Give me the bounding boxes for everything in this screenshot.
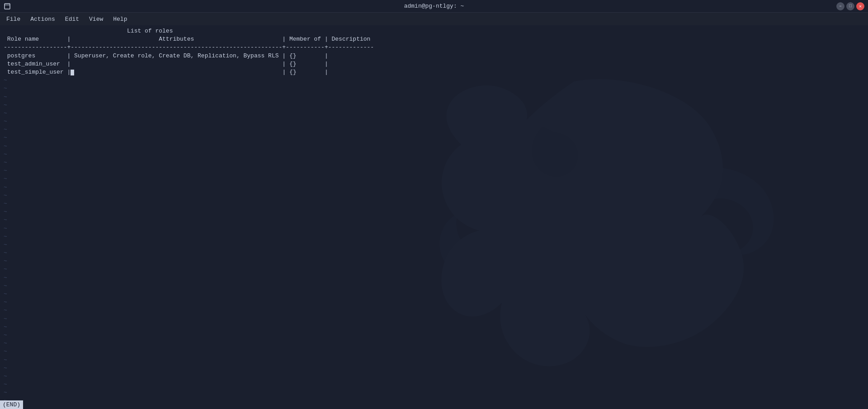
tilde-10: ~ bbox=[4, 150, 864, 159]
tilde-6: ~ bbox=[4, 118, 864, 126]
terminal-output: List of roles Role name | Attributes | M… bbox=[4, 27, 864, 76]
tilde-23: ~ bbox=[4, 257, 864, 265]
tilde-1: ~ bbox=[4, 76, 864, 85]
title-bar-left bbox=[4, 3, 11, 10]
tilde-21: ~ bbox=[4, 241, 864, 249]
status-bar: (END) bbox=[0, 400, 23, 409]
tilde-41: ~ bbox=[4, 405, 864, 409]
status-text: (END) bbox=[3, 401, 20, 408]
tilde-33: ~ bbox=[4, 339, 864, 348]
menu-help[interactable]: Help bbox=[108, 14, 132, 24]
tilde-9: ~ bbox=[4, 142, 864, 150]
tilde-16: ~ bbox=[4, 200, 864, 208]
tilde-8: ~ bbox=[4, 134, 864, 142]
tilde-25: ~ bbox=[4, 274, 864, 282]
menu-bar: File Actions Edit View Help bbox=[0, 13, 868, 25]
tilde-27: ~ bbox=[4, 290, 864, 298]
table-title: List of roles bbox=[4, 28, 173, 34]
tilde-13: ~ bbox=[4, 175, 864, 183]
tilde-29: ~ bbox=[4, 306, 864, 315]
table-row-admin: test_admin_user | | {} | bbox=[4, 61, 332, 67]
tilde-32: ~ bbox=[4, 331, 864, 339]
tilde-28: ~ bbox=[4, 298, 864, 306]
table-header: Role name | Attributes | Member of | Des… bbox=[4, 36, 374, 42]
tilde-20: ~ bbox=[4, 233, 864, 241]
table-separator: ------------------+---------------------… bbox=[4, 44, 374, 51]
tilde-19: ~ bbox=[4, 225, 864, 233]
window-title: admin@pg-ntlgy: ~ bbox=[404, 3, 464, 9]
tilde-24: ~ bbox=[4, 265, 864, 273]
title-bar: admin@pg-ntlgy: ~ – □ ✕ bbox=[0, 0, 868, 13]
tilde-22: ~ bbox=[4, 249, 864, 257]
tilde-18: ~ bbox=[4, 216, 864, 224]
maximize-button[interactable]: □ bbox=[846, 2, 854, 10]
menu-view[interactable]: View bbox=[85, 14, 108, 24]
tilde-7: ~ bbox=[4, 126, 864, 134]
tilde-40: ~ bbox=[4, 397, 864, 405]
tilde-31: ~ bbox=[4, 323, 864, 331]
menu-actions[interactable]: Actions bbox=[26, 14, 60, 24]
tilde-2: ~ bbox=[4, 85, 864, 93]
minimize-button[interactable]: – bbox=[836, 2, 844, 10]
tilde-35: ~ bbox=[4, 356, 864, 364]
window-icon bbox=[4, 3, 11, 10]
tilde-15: ~ bbox=[4, 192, 864, 200]
tilde-5: ~ bbox=[4, 109, 864, 118]
tilde-38: ~ bbox=[4, 381, 864, 389]
tilde-4: ~ bbox=[4, 101, 864, 109]
menu-edit[interactable]: Edit bbox=[61, 14, 84, 24]
tilde-17: ~ bbox=[4, 208, 864, 216]
tilde-14: ~ bbox=[4, 183, 864, 192]
tilde-lines: ~ ~ ~ ~ ~ ~ ~ ~ ~ ~ ~ ~ ~ ~ ~ ~ ~ ~ ~ ~ … bbox=[4, 76, 864, 409]
close-button[interactable]: ✕ bbox=[856, 2, 864, 10]
tilde-34: ~ bbox=[4, 348, 864, 356]
terminal-content: List of roles Role name | Attributes | M… bbox=[0, 25, 868, 409]
tilde-30: ~ bbox=[4, 315, 864, 323]
tilde-36: ~ bbox=[4, 364, 864, 372]
tilde-3: ~ bbox=[4, 93, 864, 101]
tilde-11: ~ bbox=[4, 159, 864, 167]
svg-rect-0 bbox=[5, 4, 10, 9]
table-row-postgres: postgres | Superuser, Create role, Creat… bbox=[4, 52, 332, 59]
menu-file[interactable]: File bbox=[2, 14, 25, 24]
table-row-simple: test_simple_user | | {} | bbox=[4, 69, 332, 75]
tilde-26: ~ bbox=[4, 282, 864, 290]
tilde-12: ~ bbox=[4, 167, 864, 175]
tilde-37: ~ bbox=[4, 372, 864, 381]
tilde-39: ~ bbox=[4, 389, 864, 397]
window-controls: – □ ✕ bbox=[836, 2, 864, 10]
